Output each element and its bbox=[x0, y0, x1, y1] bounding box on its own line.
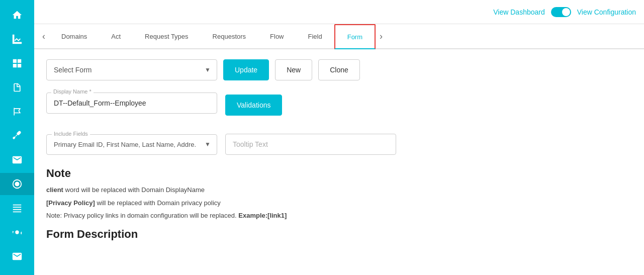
main-content: View Dashboard View Configuration ‹ Doma… bbox=[34, 0, 644, 275]
note-line-1: client word will be replaced with Domain… bbox=[46, 185, 632, 195]
topbar: View Dashboard View Configuration bbox=[34, 0, 644, 24]
tab-act[interactable]: Act bbox=[99, 24, 133, 49]
sidebar-item-list[interactable] bbox=[0, 197, 34, 219]
tab-requestors[interactable]: Requestors bbox=[201, 24, 258, 49]
sidebar-item-home[interactable] bbox=[0, 4, 34, 26]
tab-flow[interactable]: Flow bbox=[258, 24, 296, 49]
sidebar-item-settings[interactable] bbox=[0, 221, 34, 243]
select-form-wrapper: Select Form ▼ bbox=[46, 59, 217, 80]
nav-tabs: ‹ Domains Act Request Types Requestors F… bbox=[34, 24, 644, 49]
note-line-3: Note: Privacy policy links in domain con… bbox=[46, 211, 632, 221]
include-fields-row: Include Fields Primary Email ID, First N… bbox=[46, 134, 632, 155]
note-line-2: [Privacy Policy] will be replaced with D… bbox=[46, 198, 632, 208]
display-name-input[interactable] bbox=[46, 93, 217, 114]
note-bold-1: client bbox=[46, 186, 63, 194]
form-description-title: Form Description bbox=[46, 228, 632, 241]
validations-button[interactable]: Validations bbox=[225, 95, 282, 116]
include-fields-dropdown[interactable]: Primary Email ID, First Name, Last Name,… bbox=[47, 135, 217, 154]
sidebar-item-mail[interactable] bbox=[0, 245, 34, 267]
sidebar-item-document[interactable] bbox=[0, 76, 34, 99]
sidebar-item-inbox[interactable] bbox=[0, 149, 34, 171]
tooltip-text-input[interactable] bbox=[225, 134, 396, 155]
tabs-prev-arrow[interactable]: ‹ bbox=[38, 32, 49, 41]
tab-field[interactable]: Field bbox=[296, 24, 334, 49]
display-name-group: Display Name * bbox=[46, 93, 217, 114]
sidebar-item-chart[interactable] bbox=[0, 28, 34, 50]
sidebar bbox=[0, 0, 34, 275]
svg-point-1 bbox=[15, 182, 19, 186]
view-dashboard-link[interactable]: View Dashboard bbox=[493, 8, 544, 16]
include-fields-label: Include Fields bbox=[52, 131, 90, 137]
include-fields-wrapper: Include Fields Primary Email ID, First N… bbox=[46, 134, 217, 155]
note-section: Note client word will be replaced with D… bbox=[46, 167, 632, 221]
tabs-next-arrow[interactable]: › bbox=[376, 32, 387, 41]
view-configuration-link[interactable]: View Configuration bbox=[577, 8, 636, 16]
display-name-row: Display Name * Validations bbox=[46, 93, 632, 124]
clone-button[interactable]: Clone bbox=[318, 59, 360, 80]
select-form-row: Select Form ▼ Update New Clone bbox=[46, 59, 632, 80]
new-button[interactable]: New bbox=[275, 59, 312, 80]
page-content: Select Form ▼ Update New Clone Display N… bbox=[34, 49, 644, 275]
sidebar-item-flag[interactable] bbox=[0, 101, 34, 123]
tab-form[interactable]: Form bbox=[334, 24, 376, 49]
select-form-dropdown[interactable]: Select Form bbox=[47, 60, 217, 80]
tab-request-types[interactable]: Request Types bbox=[133, 24, 200, 49]
display-name-label: Display Name * bbox=[51, 88, 94, 95]
note-bold-2: [Privacy Policy] bbox=[46, 199, 95, 207]
note-bold-3: Example:[link1] bbox=[238, 212, 287, 219]
update-button[interactable]: Update bbox=[223, 59, 269, 80]
note-title: Note bbox=[46, 167, 632, 180]
sidebar-item-tools[interactable] bbox=[0, 125, 34, 147]
sidebar-item-circle[interactable] bbox=[0, 173, 34, 195]
view-toggle[interactable] bbox=[551, 7, 571, 17]
tab-domains[interactable]: Domains bbox=[49, 24, 99, 49]
sidebar-item-grid[interactable] bbox=[0, 52, 34, 74]
